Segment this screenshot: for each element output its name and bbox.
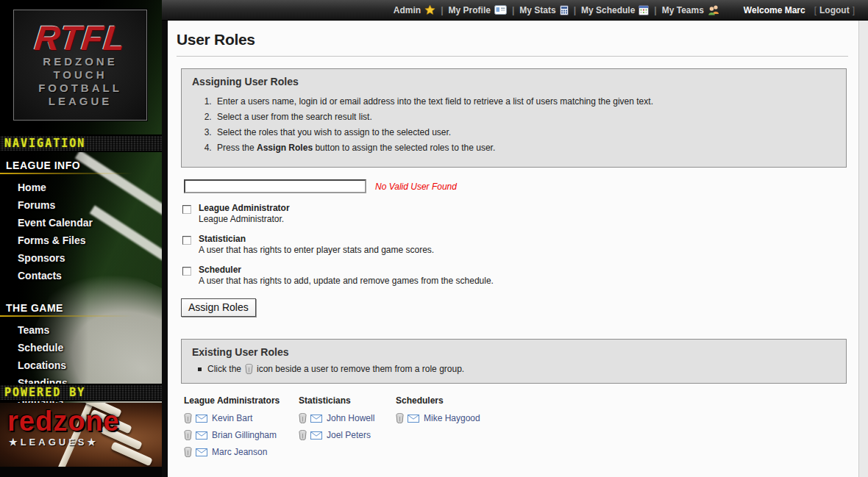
topbar-my-teams-label: My Teams — [662, 5, 704, 15]
topbar-item-my-teams[interactable]: My Teams — [659, 4, 723, 15]
logout-button[interactable]: Logout — [819, 5, 850, 15]
user-name-link[interactable]: Brian Gillingham — [212, 430, 277, 440]
sidebar-item-forms-files[interactable]: Forms & Files — [0, 232, 162, 249]
email-user-icon[interactable] — [408, 415, 419, 423]
section-title-the-game: THE GAME — [0, 295, 162, 315]
topbar-my-stats-label: My Stats — [519, 5, 555, 15]
assigning-steps-list: Enter a users name, login id or email ad… — [214, 96, 836, 153]
topbar-separator: | — [652, 5, 658, 15]
role-name: Scheduler — [199, 265, 494, 275]
email-user-icon[interactable] — [310, 431, 322, 440]
role-name: League Administrator — [199, 203, 290, 213]
topbar-my-schedule-label: My Schedule — [581, 5, 635, 15]
league-administrator-checkbox[interactable] — [182, 205, 191, 214]
user-name-link[interactable]: Kevin Bart — [212, 413, 252, 423]
user-name-link[interactable]: John Howell — [327, 413, 374, 423]
section-underline — [0, 173, 140, 174]
role-description: A user that has rights to enter player s… — [199, 245, 434, 255]
section-title-league-info: LEAGUE INFO — [0, 152, 162, 173]
email-user-icon[interactable] — [196, 448, 207, 456]
page-title: User Roles — [177, 31, 848, 49]
assign-roles-button[interactable]: Assign Roles — [181, 298, 256, 317]
topbar: Admin | My Profile | My Stats | My Sched… — [162, 0, 868, 21]
sidebar: RTFL REDZONE TOUCH FOOTBALL LEAGUE NAVIG… — [0, 0, 162, 477]
topbar-separator: | — [572, 5, 578, 15]
topbar-item-my-stats[interactable]: My Stats — [516, 5, 571, 15]
logout-bracket: ] — [850, 5, 858, 15]
role-row-statistician: Statistician A user that has rights to e… — [182, 234, 848, 255]
user-row: John Howell — [299, 413, 396, 423]
user-row: Joel Peters — [299, 430, 396, 440]
star-icon — [424, 4, 435, 15]
calculator-icon — [560, 5, 569, 15]
role-description: A user that has rights to add, update an… — [199, 276, 494, 286]
sidebar-item-forums[interactable]: Forums — [0, 196, 162, 214]
email-user-icon[interactable] — [310, 415, 322, 423]
existing-box-heading: Existing User Roles — [192, 346, 836, 358]
welcome-message: Welcome Marc — [744, 5, 805, 15]
sidebar-item-event-calendar[interactable]: Event Calendar — [0, 214, 162, 232]
remove-user-trash-icon[interactable] — [184, 413, 192, 423]
rtfl-logo-line: TOUCH — [14, 68, 146, 82]
user-search-input[interactable] — [184, 179, 366, 193]
group-title: League Administrators — [184, 395, 299, 406]
step-item: Press the Assign Roles button to assign … — [214, 143, 836, 153]
sidebar-item-sponsors[interactable]: Sponsors — [0, 249, 162, 267]
user-name-link[interactable]: Mike Haygood — [424, 413, 480, 423]
rtfl-logo-acronym: RTFL — [13, 21, 149, 55]
sidebar-bottom-strip — [0, 467, 162, 477]
topbar-item-my-profile[interactable]: My Profile — [446, 5, 510, 15]
scheduler-checkbox[interactable] — [182, 267, 191, 276]
section-underline — [0, 315, 140, 317]
role-name: Statistician — [199, 234, 434, 244]
topbar-my-profile-label: My Profile — [449, 5, 491, 15]
search-error-message: No Valid User Found — [375, 182, 457, 192]
user-row: Mike Haygood — [396, 413, 480, 423]
title-divider — [177, 56, 848, 57]
remove-user-trash-icon[interactable] — [184, 447, 192, 457]
user-name-link[interactable]: Marc Jeanson — [212, 447, 267, 457]
sidebar-item-contacts[interactable]: Contacts — [0, 267, 162, 284]
group-statisticians: Statisticians John Howell Joel Peters — [299, 395, 396, 464]
vcard-icon — [494, 5, 507, 15]
sidebar-item-home[interactable]: Home — [0, 179, 162, 196]
user-row: Kevin Bart — [184, 413, 299, 423]
remove-user-trash-icon[interactable] — [396, 413, 404, 423]
rtfl-logo-line: LEAGUE — [14, 95, 146, 108]
powered-by-label: POWERED BY — [4, 386, 85, 399]
sidebar-content-divider — [162, 0, 168, 477]
topbar-item-my-schedule[interactable]: My Schedule — [578, 5, 652, 15]
email-user-icon[interactable] — [196, 431, 207, 440]
role-row-league-administrator: League Administrator League Administrato… — [182, 203, 848, 224]
group-league-administrators: League Administrators Kevin Bart Brian G… — [184, 395, 299, 464]
redzone-wordmark: redzone — [7, 407, 120, 435]
assigning-user-roles-box: Assigning User Roles Enter a users name,… — [181, 68, 847, 168]
remove-user-trash-icon[interactable] — [299, 430, 307, 440]
assigning-box-heading: Assigning User Roles — [192, 76, 836, 87]
redzone-leagues-logo: redzone ★LEAGUES★ — [0, 403, 162, 467]
main-content: User Roles Assigning User Roles Enter a … — [168, 21, 859, 477]
existing-note: Click the icon beside a user to remove t… — [198, 364, 836, 374]
step-item: Select the roles that you wish to assign… — [214, 127, 836, 137]
sidebar-item-schedule[interactable]: Schedule — [0, 339, 162, 356]
rtfl-logo: RTFL REDZONE TOUCH FOOTBALL LEAGUE — [13, 10, 147, 121]
sidebar-nav: LEAGUE INFO Home Forums Event Calendar F… — [0, 152, 162, 409]
rtfl-logo-line: FOOTBALL — [14, 82, 146, 95]
step-item: Select a user from the search result lis… — [214, 112, 836, 122]
logout-bracket: [ — [811, 5, 819, 15]
sidebar-item-locations[interactable]: Locations — [0, 356, 162, 374]
role-row-scheduler: Scheduler A user that has rights to add,… — [182, 265, 848, 286]
user-name-link[interactable]: Joel Peters — [327, 430, 371, 440]
group-schedulers: Schedulers Mike Haygood — [396, 395, 480, 464]
user-row: Marc Jeanson — [184, 447, 299, 457]
navigation-band-label: NAVIGATION — [4, 137, 85, 150]
statistician-checkbox[interactable] — [182, 236, 191, 245]
topbar-separator: | — [438, 5, 445, 15]
remove-user-trash-icon[interactable] — [299, 413, 307, 423]
topbar-item-admin[interactable]: Admin — [391, 4, 438, 15]
powered-by-band: POWERED BY — [0, 384, 162, 401]
email-user-icon[interactable] — [196, 415, 207, 423]
sidebar-item-teams[interactable]: Teams — [0, 321, 162, 339]
group-title: Statisticians — [299, 395, 396, 406]
remove-user-trash-icon[interactable] — [184, 430, 192, 440]
